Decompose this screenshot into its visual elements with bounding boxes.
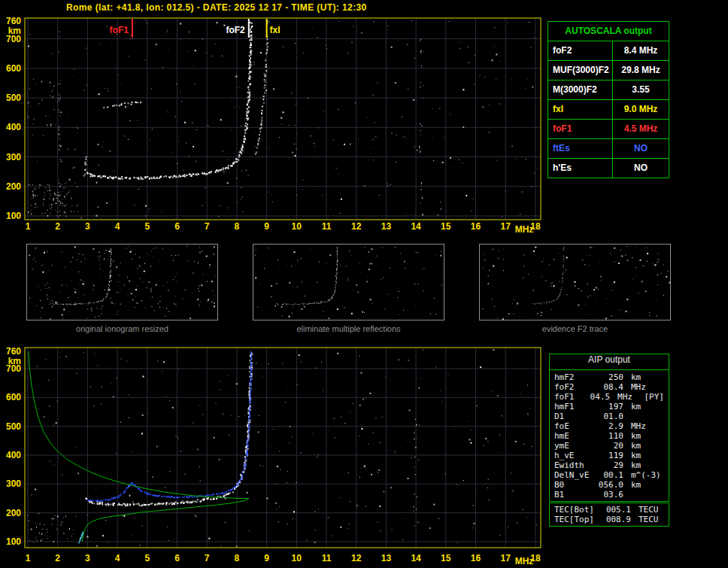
aip-row-value: 110: [596, 431, 623, 441]
marker-label-fxI: fxI: [270, 25, 281, 35]
x-tick-label: 3: [85, 553, 90, 563]
marker-label-foF1: foF1: [110, 25, 129, 35]
aip-row: h_vE119km: [550, 451, 669, 460]
aip-row-value: 29: [596, 460, 623, 470]
y-tick-label: 500: [6, 421, 21, 432]
y-tick-label: 600: [6, 392, 21, 402]
aip-row-label: ymE: [554, 441, 596, 451]
aip-row-unit: km: [631, 441, 664, 451]
x-tick-label: 16: [471, 221, 481, 232]
thumb-original-plot: [26, 244, 218, 320]
aip-row-unit: MHz: [631, 421, 664, 431]
page-title: Rome (lat: +41.8, lon: 012.5) - DATE: 20…: [66, 2, 367, 13]
thumbnail-thumb-multiple-reflections: eliminate multiple reflections: [253, 244, 444, 333]
aip-row-unit: km: [631, 431, 664, 441]
x-tick-label: 8: [235, 553, 240, 563]
aip-row-value: 250: [596, 372, 623, 382]
autoscala-row-value: 8.4 MHz: [613, 41, 669, 60]
y-tick-label: 600: [6, 63, 21, 74]
aip-row-value: 00.1: [596, 470, 623, 480]
y-tick-label: 500: [6, 93, 21, 103]
x-tick-label: 13: [381, 553, 392, 563]
x-tick-label: 13: [381, 221, 392, 232]
aip-row-unit: [631, 412, 664, 421]
x-tick-label: 17: [501, 221, 511, 232]
y-tick-label: 300: [6, 152, 21, 163]
aip-row-label: hmE: [554, 431, 596, 441]
y-tick-label: 100: [6, 211, 21, 221]
x-tick-label: 12: [351, 553, 362, 563]
bottom-ionogram-plot: 1234567891011121314151617187607006005004…: [0, 343, 549, 568]
x-tick-label: 10: [292, 553, 302, 563]
aip-row-value: 01.0: [596, 412, 623, 421]
aip-row-unit: km: [631, 402, 664, 412]
aip-row-unit: m^(-3): [631, 470, 664, 480]
x-tick-label: 2: [55, 553, 60, 563]
autoscala-row-label: MUF(3000)F2: [548, 61, 613, 80]
y-tick-label: 200: [6, 181, 21, 192]
aip-output-table: AIP outputhmF2250kmfoF208.4MHzfoF104.5MH…: [549, 354, 669, 502]
autoscala-row-value: NO: [613, 139, 669, 158]
autoscala-row: h'EsNO: [548, 159, 669, 178]
aip-row-label: B0: [554, 480, 596, 490]
aip-row-value: 056.0: [596, 480, 623, 490]
aip-row: ymE20km: [550, 441, 669, 451]
x-tick-label: 15: [441, 221, 451, 232]
y-axis-unit-label: km: [8, 26, 21, 36]
x-tick-label: 5: [144, 221, 150, 232]
aip-row: B0056.0km: [550, 480, 669, 490]
autoscala-row-label: ftEs: [548, 139, 613, 158]
tec-row: TEC[Top]008.9TECU: [550, 515, 669, 524]
x-axis-unit-label: MHz: [515, 224, 534, 235]
aip-row-unit: MHz: [631, 382, 664, 392]
y-tick-label: 300: [6, 478, 21, 489]
aip-row-unit: km: [631, 460, 664, 470]
aip-row-label: D1: [554, 412, 596, 421]
autoscala-row-label: h'Es: [548, 159, 613, 178]
aip-row-unit: km: [631, 372, 664, 382]
x-tick-label: 12: [351, 221, 362, 232]
x-tick-label: 10: [292, 221, 302, 232]
autoscala-screen: Rome (lat: +41.8, lon: 012.5) - DATE: 20…: [0, 0, 728, 568]
autoscala-row: fxI9.0 MHz: [548, 100, 669, 120]
autoscala-row-value: 9.0 MHz: [613, 100, 669, 119]
thumb-multiple-reflections-plot: [253, 244, 444, 320]
aip-row-label: hmF2: [554, 372, 596, 382]
thumbnail-caption: original ionogram resized: [26, 324, 218, 333]
tec-row-unit: TECU: [639, 505, 659, 515]
top-ionogram-plot: foF1foF2fxI12345678910111213141516171876…: [0, 17, 549, 236]
autoscala-row: foF14.5 MHz: [548, 120, 669, 139]
tec-row-label: TEC[Top]: [554, 515, 602, 524]
x-tick-label: 3: [85, 221, 90, 232]
thumb-f2-trace-plot: [479, 244, 671, 320]
x-tick-label: 14: [411, 221, 421, 232]
x-tick-label: 8: [235, 221, 240, 232]
aip-row: DelN_vE00.1m^(-3): [550, 470, 669, 480]
aip-row: hmF1197km: [550, 402, 669, 412]
x-tick-label: 5: [144, 553, 150, 563]
y-tick-label: 100: [6, 536, 21, 547]
x-tick-label: 17: [501, 553, 511, 563]
autoscala-row-label: M(3000)F2: [548, 80, 613, 99]
tec-row: TEC[Bot]005.1TECU: [550, 505, 669, 515]
thumbnail-caption: evidence F2 trace: [479, 324, 671, 333]
x-tick-label: 1: [26, 221, 31, 232]
thumbnail-thumb-original: original ionogram resized: [26, 244, 218, 333]
y-tick-label: 400: [6, 450, 21, 460]
x-tick-label: 6: [174, 553, 180, 563]
x-tick-label: 7: [205, 553, 210, 563]
x-tick-label: 9: [264, 553, 269, 563]
aip-rows: hmF2250kmfoF208.4MHzfoF104.5MHz[PY]hmF11…: [550, 370, 669, 501]
aip-row-label: DelN_vE: [554, 470, 596, 480]
x-tick-label: 11: [322, 221, 332, 232]
aip-row: hmF2250km: [550, 372, 669, 382]
y-tick-label: 200: [6, 508, 21, 518]
thumbnail-row: original ionogram resizedeliminate multi…: [0, 244, 728, 342]
autoscala-output-table: AUTOSCALA outputfoF28.4 MHzMUF(3000)F229…: [548, 21, 669, 178]
x-tick-label: 2: [55, 221, 60, 232]
tec-row-value: 005.1: [602, 505, 631, 515]
autoscala-row-label: foF1: [548, 120, 613, 138]
aip-row: foF208.4MHz: [550, 382, 669, 392]
tec-row-unit: TECU: [639, 515, 659, 524]
aip-row: D101.0: [550, 412, 669, 421]
